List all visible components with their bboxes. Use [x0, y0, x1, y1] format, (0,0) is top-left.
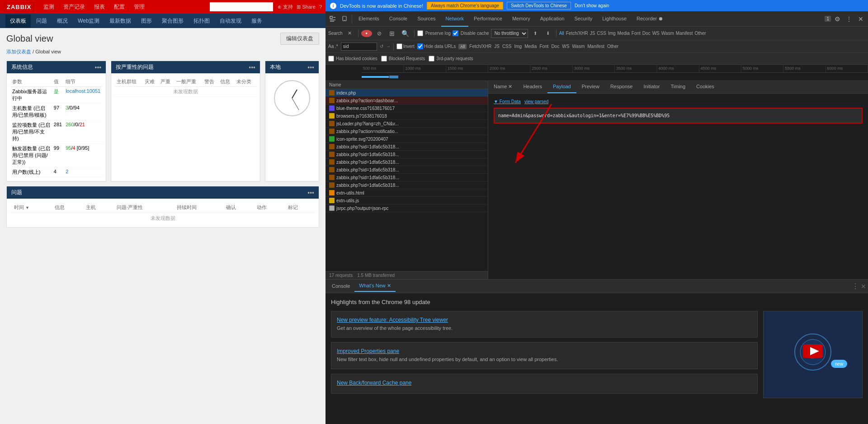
- settings-btn[interactable]: ⚙: [832, 13, 843, 25]
- help-icon[interactable]: ?: [319, 4, 322, 10]
- nav-assets[interactable]: 资产记录: [60, 1, 89, 13]
- detail-link[interactable]: 2: [66, 169, 68, 174]
- filter-ws[interactable]: WS: [652, 31, 660, 36]
- net-row-extn-html[interactable]: extn-utils.html: [326, 189, 488, 197]
- tab-name[interactable]: Name ✕: [488, 81, 518, 93]
- share-icon[interactable]: ⊞ Share: [297, 4, 315, 10]
- detail-link[interactable]: localhost:10051: [66, 88, 100, 94]
- tab-elements[interactable]: Elements: [354, 11, 384, 27]
- net-row-sid-6[interactable]: zabbix.php?sid=1dfa6c5b318...: [326, 181, 488, 189]
- css-filter[interactable]: CSS: [502, 44, 512, 49]
- tab-preview[interactable]: Preview: [576, 81, 605, 93]
- search-close-btn[interactable]: ✕: [344, 28, 355, 39]
- widget-menu-dots[interactable]: •••: [307, 64, 314, 71]
- nav-overview[interactable]: 概况: [52, 14, 72, 28]
- url-search-input[interactable]: [341, 43, 377, 51]
- tab-network[interactable]: Network: [441, 11, 468, 27]
- media-filter[interactable]: Media: [524, 44, 537, 49]
- drawer-more-btn[interactable]: ⋮: [852, 282, 859, 291]
- net-row-sid-3[interactable]: zabbix.php?sid=1dfa6c5b318...: [326, 158, 488, 166]
- net-row-extn-js[interactable]: extn-utils.js: [326, 197, 488, 205]
- inspect-element-btn[interactable]: [327, 13, 338, 25]
- filter-other[interactable]: Other: [695, 31, 706, 36]
- net-row-jsrpc[interactable]: jsrpc.php?output=json-rpc: [326, 205, 488, 212]
- filter-all-btn[interactable]: All: [559, 31, 564, 36]
- other-filter[interactable]: Other: [607, 44, 618, 49]
- tab-security[interactable]: Security: [570, 11, 597, 27]
- whatsnew-card-0[interactable]: New preview feature: Accessibility Tree …: [331, 311, 758, 338]
- nav-autodiscovery[interactable]: 自动发现: [215, 14, 246, 28]
- third-party-checkbox[interactable]: [429, 56, 434, 62]
- blocked-cookies-checkbox[interactable]: [328, 56, 334, 62]
- net-row-index-php[interactable]: index.php: [326, 89, 488, 97]
- nav-latest[interactable]: 最新数据: [105, 14, 136, 28]
- drawer-tab-whatsnew[interactable]: What's New ✕: [354, 281, 395, 292]
- filter-css[interactable]: CSS: [597, 31, 606, 36]
- tab-payload[interactable]: Payload: [547, 81, 576, 93]
- filter-img[interactable]: Img: [608, 31, 616, 36]
- nav-services[interactable]: 服务: [247, 14, 267, 28]
- more-options-btn[interactable]: ⋮: [844, 13, 854, 25]
- breadcrumb-parent[interactable]: 添加仪表盘: [6, 49, 31, 54]
- edit-dashboard-btn[interactable]: 编辑仪表盘: [280, 33, 319, 45]
- preserve-log-checkbox[interactable]: [417, 30, 423, 36]
- filter-font[interactable]: Font: [632, 31, 641, 36]
- doc-filter[interactable]: Doc: [551, 44, 559, 49]
- filter-wasm[interactable]: Wasm: [661, 31, 674, 36]
- manifest-filter[interactable]: Manifest: [587, 44, 604, 49]
- tab-timing[interactable]: Timing: [665, 81, 691, 93]
- font-filter[interactable]: Font: [539, 44, 548, 49]
- net-row-browsers-js[interactable]: browsers.js?1638176018: [326, 112, 488, 120]
- nav-admin[interactable]: 管理: [130, 1, 148, 13]
- tab-console[interactable]: Console: [385, 11, 412, 27]
- switch-devtools-btn[interactable]: Switch DevTools to Chinese: [507, 2, 571, 10]
- nav-monitor[interactable]: 监测: [40, 1, 58, 13]
- filter-js[interactable]: JS: [590, 31, 595, 36]
- invert-checkbox[interactable]: [396, 43, 402, 49]
- close-devtools-btn[interactable]: ✕: [855, 13, 866, 25]
- all-badge[interactable]: All: [458, 44, 467, 49]
- clear-btn[interactable]: ⊘: [374, 28, 385, 39]
- img-filter[interactable]: Img: [514, 44, 522, 49]
- dont-show-again-link[interactable]: Don't show again: [575, 3, 609, 8]
- always-match-language-btn[interactable]: Always match Chrome's language: [427, 2, 503, 10]
- tab-headers[interactable]: Headers: [518, 81, 547, 93]
- tab-lighthouse[interactable]: Lighthouse: [598, 11, 631, 27]
- filter-icon-btn[interactable]: ⊞: [387, 28, 397, 39]
- whatsnew-card-1[interactable]: Improved Properties pane New filter text…: [331, 342, 758, 369]
- tab-response[interactable]: Response: [605, 81, 638, 93]
- net-row-notification[interactable]: zabbix.php?action=notificatio...: [326, 128, 488, 135]
- nav-dashboard[interactable]: 仪表板: [5, 14, 31, 28]
- drawer-close-btn[interactable]: ✕: [861, 283, 866, 290]
- tab-memory[interactable]: Memory: [508, 11, 535, 27]
- hide-data-checkbox[interactable]: [417, 43, 423, 49]
- nav-reports[interactable]: 报表: [90, 1, 108, 13]
- nav-problems[interactable]: 问题: [32, 14, 52, 28]
- filter-fetch-xhr[interactable]: Fetch/XHR: [566, 31, 588, 36]
- throttle-down-btn[interactable]: ⬇: [542, 28, 553, 39]
- net-row-sid-5[interactable]: zabbix.php?sid=1dfa6c5b318...: [326, 174, 488, 181]
- net-row-zabbix-action[interactable]: zabbix.php?action=dashboar...: [326, 97, 488, 105]
- disable-cache-checkbox[interactable]: [453, 30, 458, 36]
- widget-menu-dots[interactable]: •••: [307, 189, 314, 196]
- throttle-up-btn[interactable]: ⬆: [530, 28, 541, 39]
- net-row-sid-4[interactable]: zabbix.php?sid=1dfa6c5b318...: [326, 166, 488, 174]
- tab-recorder[interactable]: Recorder ⏺: [632, 11, 668, 27]
- nav-aggregate[interactable]: 聚合图形: [157, 14, 188, 28]
- net-row-sid-1[interactable]: zabbix.php?sid=1dfa6c5b318...: [326, 143, 488, 151]
- tab-initiator[interactable]: Initiator: [638, 81, 665, 93]
- tab-performance[interactable]: Performance: [469, 11, 507, 27]
- record-btn[interactable]: ●: [361, 30, 372, 37]
- url-search-go-btn[interactable]: →: [386, 44, 391, 49]
- network-list-scroll[interactable]: index.php zabbix.php?action=dashboar... …: [326, 89, 488, 271]
- widget-menu-dots[interactable]: •••: [249, 64, 255, 71]
- filter-manifest[interactable]: Manifest: [676, 31, 693, 36]
- device-toolbar-btn[interactable]: [339, 13, 350, 25]
- support-icon[interactable]: ⊕ 支持: [278, 4, 293, 10]
- net-row-icon-sprite[interactable]: icon-sprite.svg?20200407: [326, 135, 488, 143]
- nav-search-input[interactable]: [210, 2, 273, 11]
- tab-application[interactable]: Application: [536, 11, 569, 27]
- throttle-select[interactable]: No throttling: [491, 29, 528, 38]
- tab-sources[interactable]: Sources: [413, 11, 440, 27]
- search-icon-btn[interactable]: 🔍: [399, 28, 411, 39]
